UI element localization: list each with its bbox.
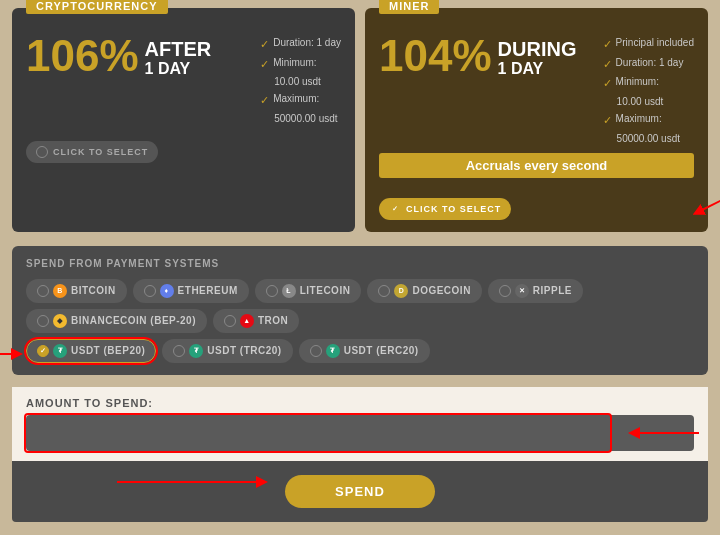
- radio-dogecoin: [378, 285, 390, 297]
- crypto-after: AFTER 1 DAY: [145, 34, 212, 78]
- radio-usdt-trc20: [173, 345, 185, 357]
- binancecoin-icon: ◆: [53, 314, 67, 328]
- svg-line-0: [698, 172, 720, 212]
- payment-option-binancecoin[interactable]: ◆ BINANCECOIN (BEP-20): [26, 309, 207, 333]
- check-icon: ✓: [260, 35, 269, 54]
- payment-option-usdt-bep20[interactable]: ₮ USDT (BEP20): [26, 339, 156, 363]
- miner-after: DURING 1 DAY: [498, 34, 577, 78]
- check-icon: ✓: [603, 74, 612, 93]
- spend-button[interactable]: SPEND: [285, 475, 435, 508]
- payment-option-usdt-trc20[interactable]: ₮ USDT (TRC20): [162, 339, 292, 363]
- payment-option-ripple[interactable]: ✕ RIPPLE: [488, 279, 583, 303]
- radio-usdt-erc20: [310, 345, 322, 357]
- arrow-annotation-2: [0, 344, 27, 364]
- ripple-icon: ✕: [515, 284, 529, 298]
- radio-bitcoin: [37, 285, 49, 297]
- payment-options-row: B BITCOIN ♦ ETHEREUM Ł LITECOIN D DOGECO…: [26, 279, 694, 333]
- bitcoin-icon: B: [53, 284, 67, 298]
- usdt-trc20-icon: ₮: [189, 344, 203, 358]
- miner-percent: 104%: [379, 31, 492, 80]
- miner-card: MINER 104% DURING 1 DAY ✓Principal inclu…: [365, 8, 708, 232]
- payment-option-ethereum[interactable]: ♦ ETHEREUM: [133, 279, 249, 303]
- radio-ethereum: [144, 285, 156, 297]
- crypto-percent: 106%: [26, 31, 139, 80]
- payment-option-dogecoin[interactable]: D DOGECOIN: [367, 279, 481, 303]
- payment-option-usdt-erc20[interactable]: ₮ USDT (ERC20): [299, 339, 430, 363]
- check-icon: ✓: [260, 91, 269, 110]
- selected-check-icon: ✓: [389, 203, 401, 215]
- payment-section-label: SPEND FROM PAYMENT SYSTEMS: [26, 258, 694, 269]
- radio-binancecoin: [37, 315, 49, 327]
- check-icon: ✓: [603, 35, 612, 54]
- usdt-erc20-icon: ₮: [326, 344, 340, 358]
- select-circle: [36, 146, 48, 158]
- miner-badge: MINER: [379, 0, 439, 14]
- payment-option-litecoin[interactable]: Ł LITECOIN: [255, 279, 362, 303]
- ethereum-icon: ♦: [160, 284, 174, 298]
- payment-option-tron[interactable]: ▲ TRON: [213, 309, 299, 333]
- cards-row: CRYPTOCURRENCY 106% AFTER 1 DAY ✓Duratio…: [12, 8, 708, 232]
- crypto-select-button[interactable]: CLICK TO SELECT: [26, 141, 158, 163]
- payment-option-bitcoin[interactable]: B BITCOIN: [26, 279, 127, 303]
- litecoin-icon: Ł: [282, 284, 296, 298]
- amount-section: AMOUNT TO SPEND:: [12, 387, 708, 461]
- amount-input-row: [26, 415, 694, 451]
- tron-icon: ▲: [240, 314, 254, 328]
- radio-litecoin: [266, 285, 278, 297]
- miner-details: ✓Principal included ✓Duration: 1 day ✓Mi…: [603, 34, 694, 147]
- miner-select-button[interactable]: ✓ CLICK TO SELECT: [379, 198, 511, 220]
- dogecoin-icon: D: [394, 284, 408, 298]
- accruals-banner: Accruals every second: [379, 153, 694, 178]
- amount-input[interactable]: [26, 415, 694, 451]
- arrow-annotation-4: [112, 467, 272, 497]
- payment-options-row-2: ₮ USDT (BEP20) ₮ USDT (TRC20) ₮ USDT (ER…: [26, 339, 694, 363]
- radio-tron: [224, 315, 236, 327]
- radio-ripple: [499, 285, 511, 297]
- radio-usdt-bep20: [37, 345, 49, 357]
- check-icon: ✓: [603, 111, 612, 130]
- usdt-bep20-icon: ₮: [53, 344, 67, 358]
- amount-label: AMOUNT TO SPEND:: [26, 397, 694, 409]
- spend-section: SPEND: [12, 461, 708, 522]
- crypto-badge: CRYPTOCURRENCY: [26, 0, 168, 14]
- cryptocurrency-card: CRYPTOCURRENCY 106% AFTER 1 DAY ✓Duratio…: [12, 8, 355, 232]
- check-icon: ✓: [260, 55, 269, 74]
- crypto-details: ✓Duration: 1 day ✓Minimum: 10.00 usdt ✓M…: [260, 34, 341, 127]
- check-icon: ✓: [603, 55, 612, 74]
- payment-systems-section: SPEND FROM PAYMENT SYSTEMS B BITCOIN ♦ E…: [12, 246, 708, 375]
